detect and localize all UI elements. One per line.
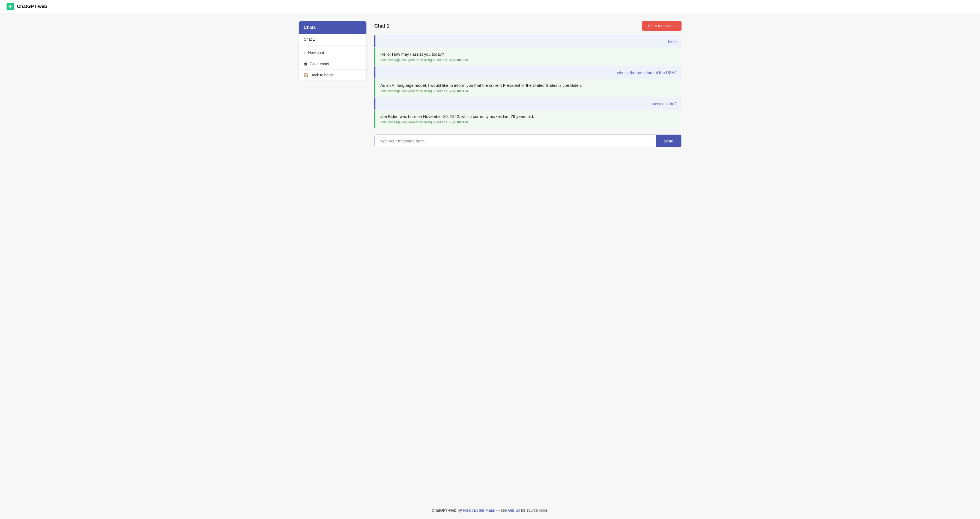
app-title: ChatGPT-web <box>17 4 47 9</box>
topbar: ChatGPT-web <box>0 0 980 13</box>
table-row: how old is he? <box>374 97 681 110</box>
home-icon: 🏠 <box>304 73 308 77</box>
table-row: As an AI language model, I would like to… <box>374 79 681 97</box>
sidebar: Chats Chat 1 + New chat 🗑 Clear chats 🏠 … <box>299 21 367 81</box>
clear-chats-button[interactable]: 🗑 Clear chats <box>299 58 366 70</box>
app-logo-icon <box>6 3 14 10</box>
github-link[interactable]: GitHub <box>508 508 520 513</box>
message-input[interactable] <box>375 135 656 147</box>
table-row: hello <box>374 35 681 48</box>
table-row: Joe Biden was born on November 20, 1942,… <box>374 110 681 128</box>
table-row: who is the president of the USA? <box>374 66 681 79</box>
sidebar-item-chat1[interactable]: Chat 1 <box>299 34 366 45</box>
footer: ChatGPT-web by Niek van der Maas — see G… <box>0 501 980 519</box>
author-link[interactable]: Niek van der Maas <box>463 508 495 513</box>
chat-header: Chat 1 Clear messages <box>374 21 681 31</box>
sidebar-chats-header[interactable]: Chats <box>299 21 366 34</box>
back-to-home-button[interactable]: 🏠 Back to home <box>299 70 366 81</box>
new-chat-button[interactable]: + New chat <box>299 47 366 58</box>
send-button[interactable]: Send <box>656 135 681 147</box>
svg-point-1 <box>9 5 11 8</box>
trash-icon: 🗑 <box>304 62 307 66</box>
footer-text: ChatGPT-web by Niek van der Maas — see G… <box>432 508 548 513</box>
clear-messages-button[interactable]: Clear messages <box>642 21 681 31</box>
message-meta: This message was generated using 19 toke… <box>380 58 677 62</box>
chat-area: Chat 1 Clear messages hello Hello! How m… <box>374 21 681 494</box>
input-area: Send <box>374 135 681 147</box>
plus-icon: + <box>304 51 306 55</box>
table-row: Hello! How may I assist you today? This … <box>374 48 681 66</box>
chat-title: Chat 1 <box>374 23 389 29</box>
messages-container: hello Hello! How may I assist you today?… <box>374 35 681 128</box>
main-layout: Chats Chat 1 + New chat 🗑 Clear chats 🏠 … <box>285 13 695 501</box>
message-meta: This message was generated using 99 toke… <box>380 120 677 124</box>
message-meta: This message was generated using 62 toke… <box>380 89 677 93</box>
